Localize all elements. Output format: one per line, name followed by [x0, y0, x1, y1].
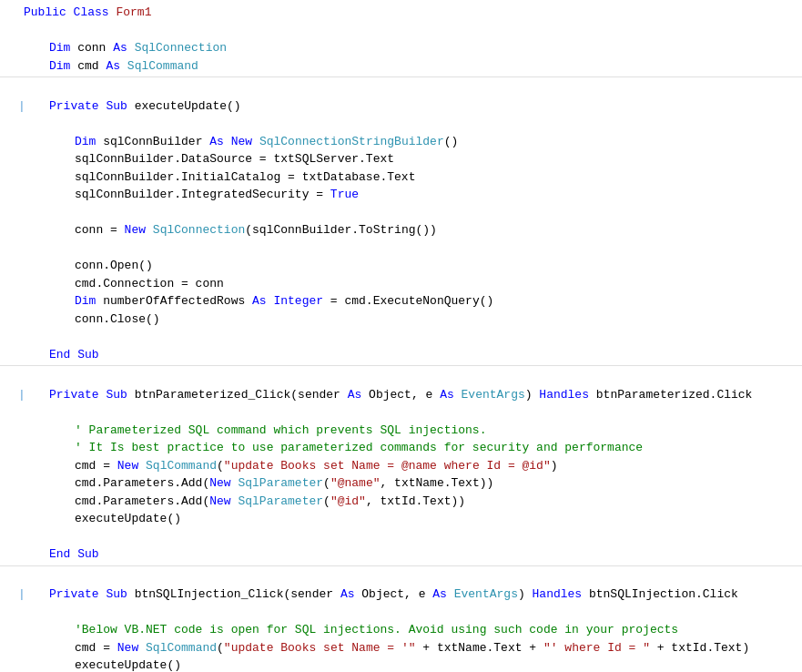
code-text: Private Sub btnParameterized_Click(sende…	[24, 386, 795, 404]
token: SqlConnectionStringBuilder	[259, 135, 444, 148]
code-text: executeUpdate()	[24, 510, 795, 528]
token: 'Below VB.NET code is open for SQL injec…	[75, 623, 678, 636]
token: conn.Open()	[75, 259, 153, 272]
code-line: cmd.Parameters.Add(New SqlParameter("@id…	[0, 493, 802, 511]
code-text	[24, 22, 795, 40]
code-line: cmd = New SqlCommand("update Books set N…	[0, 457, 802, 475]
code-line: |Private Sub btnSQLInjection_Click(sende…	[0, 585, 802, 604]
code-text: conn = New SqlConnection(sqlConnBuilder.…	[24, 221, 795, 239]
token: As	[348, 388, 369, 402]
token: (	[323, 476, 330, 490]
code-line: executeUpdate()	[0, 657, 802, 672]
code-text: cmd.Parameters.Add(New SqlParameter("@na…	[24, 474, 795, 493]
code-text	[24, 403, 795, 422]
code-text	[24, 239, 795, 258]
code-line	[0, 204, 802, 222]
token: Class	[74, 5, 117, 19]
token: As	[106, 59, 127, 73]
token: cmd.Parameters.Add(	[75, 476, 209, 490]
token: As	[113, 41, 134, 55]
code-line	[0, 368, 802, 386]
token: As	[209, 135, 230, 148]
token: )	[551, 459, 558, 473]
code-text: Private Sub btnSQLInjection_Click(sender…	[24, 585, 795, 604]
code-text: cmd = New SqlCommand("update Books set N…	[24, 457, 795, 475]
token: btnSQLInjection.Click	[589, 587, 738, 601]
code-line: |Private Sub executeUpdate()	[0, 97, 802, 116]
token: SqlParameter	[238, 476, 323, 490]
token: As	[432, 587, 453, 601]
token: Handles	[539, 388, 595, 402]
token: Integer	[273, 294, 323, 308]
code-text: ' Parameterized SQL command which preven…	[24, 422, 795, 440]
token: (	[217, 641, 224, 655]
token: (	[217, 459, 224, 473]
token: cmd =	[75, 459, 117, 473]
token: (	[323, 494, 330, 508]
code-text: cmd = New SqlCommand("update Books set N…	[24, 639, 795, 657]
code-line: conn = New SqlConnection(sqlConnBuilder.…	[0, 221, 802, 239]
code-line: |Private Sub btnParameterized_Click(send…	[0, 386, 802, 404]
code-text: 'Below VB.NET code is open for SQL injec…	[24, 621, 795, 639]
code-text	[24, 528, 795, 546]
code-line: conn.Open()	[0, 257, 802, 275]
code-line	[0, 22, 802, 40]
code-line: End Sub	[0, 346, 802, 364]
token: (sender	[283, 587, 340, 601]
code-text: Dim numberOfAffectedRows As Integer = cm…	[24, 292, 795, 311]
token: New	[125, 223, 153, 237]
token: sqlConnBuilder	[103, 135, 209, 148]
code-text: Dim sqlConnBuilder As New SqlConnectionS…	[24, 133, 795, 151]
token: = cmd.ExecuteNonQuery()	[323, 294, 493, 308]
code-line: 'Below VB.NET code is open for SQL injec…	[0, 621, 802, 639]
token: New	[209, 494, 238, 508]
token: Sub	[106, 99, 134, 113]
code-text: ' It Is best practice to use parameteriz…	[24, 439, 795, 457]
token: New	[117, 641, 146, 655]
token: (sender	[290, 388, 347, 402]
code-line: Dim conn As SqlConnection	[0, 39, 802, 57]
token: executeUpdate()	[75, 658, 181, 672]
token: "@id"	[330, 494, 366, 508]
token: Form1	[116, 5, 151, 19]
code-line	[0, 79, 802, 97]
code-line: Dim sqlConnBuilder As New SqlConnectionS…	[0, 133, 802, 151]
token: SqlCommand	[127, 59, 198, 73]
code-text	[24, 115, 795, 133]
token: "update Books set Name = '"	[224, 641, 416, 655]
token: conn.Close()	[75, 312, 160, 326]
code-text	[24, 204, 795, 222]
code-text: Dim cmd As SqlCommand	[24, 57, 795, 76]
code-line	[0, 403, 802, 422]
token: cmd.Parameters.Add(	[75, 494, 209, 508]
token: btnParameterized.Click	[596, 388, 753, 402]
token: Private	[49, 587, 106, 601]
code-text: Private Sub executeUpdate()	[24, 97, 795, 116]
token: Handles	[533, 587, 589, 601]
code-text	[24, 568, 795, 586]
token: , txtName.Text))	[381, 476, 494, 490]
token: Dim	[75, 135, 103, 148]
token: Private	[49, 388, 106, 402]
token: EventArgs	[454, 587, 518, 601]
code-text: End Sub	[24, 545, 795, 564]
token: executeUpdate()	[135, 99, 241, 113]
token: As	[252, 294, 273, 308]
token: + txtName.Text +	[416, 641, 543, 655]
code-line	[0, 115, 802, 133]
token: SqlConnection	[135, 41, 227, 55]
token: Sub	[106, 388, 134, 402]
token: ' Parameterized SQL command which preven…	[75, 423, 486, 437]
code-line: Dim cmd As SqlCommand	[0, 57, 802, 76]
token: numberOfAffectedRows	[103, 294, 252, 308]
token: btnParameterized_Click	[135, 388, 291, 402]
code-line: sqlConnBuilder.IntegratedSecurity = True	[0, 186, 802, 204]
token: )	[518, 587, 533, 601]
code-line: cmd.Parameters.Add(New SqlParameter("@na…	[0, 474, 802, 493]
code-line: ' It Is best practice to use parameteriz…	[0, 439, 802, 457]
code-line	[0, 568, 802, 586]
token: End	[49, 547, 77, 561]
code-text: sqlConnBuilder.DataSource = txtSQLServer…	[24, 150, 795, 168]
token: conn =	[75, 223, 125, 237]
code-line	[0, 604, 802, 622]
